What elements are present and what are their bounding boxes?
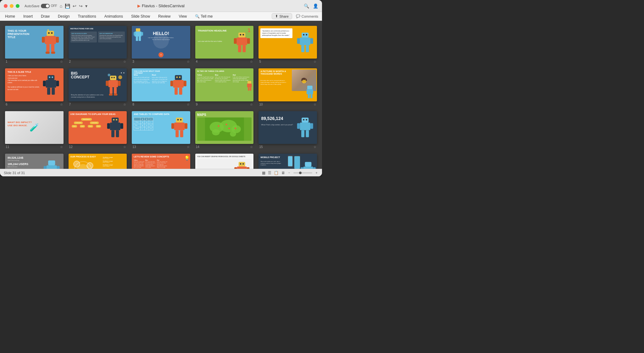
slide-15-star[interactable]: ☆ <box>314 145 316 149</box>
slide-1-star[interactable]: ☆ <box>60 60 63 63</box>
slide-6-container[interactable]: THIS IS A SLIDE TITLE • Here you have a … <box>5 68 64 106</box>
slide-10-container[interactable]: A PICTURE IS WORTH A THOUSAND WORDS A co… <box>258 68 317 106</box>
statusbar: Slide 31 of 31 ▦ ☰ 📋 🖥 － ＋ <box>0 169 322 176</box>
comments-label: Comments <box>302 14 318 18</box>
svg-rect-34 <box>49 77 50 78</box>
svg-rect-0 <box>47 31 54 36</box>
slide-19-container[interactable]: You can insert graphs from Excel or Goog… <box>195 154 254 169</box>
home-icon[interactable]: ⌂ <box>60 3 62 9</box>
slide-7-sub: Bring the attention of your audience ove… <box>71 94 106 98</box>
slide-3-thumb[interactable]: HELLO! I am here because I love to give … <box>132 26 190 59</box>
zoom-in-icon[interactable]: ＋ <box>315 170 318 175</box>
slide-8-container[interactable]: YOU CAN ALSO SPLIT YOUR CONTENT White Is… <box>132 68 190 106</box>
slide-3-container[interactable]: HELLO! I am here because I love to give … <box>132 26 190 63</box>
slide-10-star[interactable]: ☆ <box>314 103 316 106</box>
svg-rect-23 <box>238 45 241 52</box>
notes-view-icon[interactable]: 📋 <box>274 171 279 175</box>
slide-17-thumb[interactable]: OUR PROCESS IS EASY Process <box>69 154 127 169</box>
slide-16-thumb[interactable]: 89,526,124$ That's a lot of money 185,24… <box>5 154 64 169</box>
slide-15-container[interactable]: 89,526,124 Whoa! That's a big number, ar… <box>258 111 317 149</box>
list-view-icon[interactable]: ☰ <box>268 171 271 175</box>
presenter-icon[interactable]: 🖥 <box>281 171 285 175</box>
svg-rect-73 <box>107 123 110 129</box>
slide-9-footer: 9 ☆ <box>195 103 254 106</box>
slide-4-star[interactable]: ☆ <box>250 60 253 63</box>
undo-icon[interactable]: ↩ <box>73 3 76 9</box>
slide-18-container[interactable]: LET'S REVIEW SOME CONCEPTS Yellow Is the… <box>132 154 190 169</box>
slide-7-star[interactable]: ☆ <box>123 103 126 106</box>
slide-4-container[interactable]: 1 TRANSITION HEADLINE Let's start with t… <box>195 26 254 63</box>
search-icon[interactable]: 🔍 <box>304 3 309 9</box>
slide-14-star[interactable]: ☆ <box>250 145 253 149</box>
slide-19-thumb[interactable]: You can insert graphs from Excel or Goog… <box>195 154 254 169</box>
slide-7-thumb[interactable]: BIGCONCEPT Bring the attention of your a… <box>69 68 127 101</box>
slide-13-table: ABC Yellow10207 Blue301510 Orange52416 <box>134 117 153 130</box>
slide-2-thumb[interactable]: Instructions for Use Edit in Google Slid… <box>69 26 127 59</box>
slide-2-star[interactable]: ☆ <box>123 60 126 63</box>
menu-draw[interactable]: Draw <box>40 14 51 19</box>
slide-5-container[interactable]: "Quotations are commonly printed as a me… <box>258 26 317 63</box>
slide-8-star[interactable]: ☆ <box>187 103 190 106</box>
more-icon[interactable]: ▾ <box>85 3 87 9</box>
slide-12-thumb[interactable]: USE DIAGRAMS TO EXPLAIN YOUR IDEAS Lorem… <box>69 111 127 144</box>
slide-1-thumb[interactable]: THIS IS YOURPRESENTATIONTITLE <box>5 26 64 59</box>
zoom-out-icon[interactable]: － <box>287 170 291 175</box>
redo-icon[interactable]: ↪ <box>79 3 83 9</box>
menu-insert[interactable]: Insert <box>22 14 34 19</box>
slide-9-container[interactable]: IN TWO OR THREE COLUMNS Yellow Is the co… <box>195 68 254 106</box>
slide-18-thumb[interactable]: LET'S REVIEW SOME CONCEPTS Yellow Is the… <box>132 154 190 169</box>
menu-tellme[interactable]: 🔍 Tell me <box>194 14 214 19</box>
autosave-toggle[interactable] <box>41 4 50 8</box>
svg-rect-46 <box>108 80 118 87</box>
svg-rect-31 <box>302 45 305 52</box>
slide-13-star[interactable]: ☆ <box>187 145 190 149</box>
slide-2-container[interactable]: Instructions for Use Edit in Google Slid… <box>69 26 127 63</box>
slide-4-thumb[interactable]: 1 TRANSITION HEADLINE Let's start with t… <box>195 26 254 59</box>
menu-design[interactable]: Design <box>57 14 71 19</box>
save-icon[interactable]: 💾 <box>65 3 70 9</box>
slide-20-thumb[interactable]: MOBILE PROJECT Show and explain your web… <box>258 154 317 169</box>
share-button[interactable]: ⬆ Share <box>272 13 292 19</box>
slide-17-container[interactable]: OUR PROCESS IS EASY Process <box>69 154 127 169</box>
menu-slideshow[interactable]: Slide Show <box>130 14 151 19</box>
menu-home[interactable]: Home <box>4 14 16 19</box>
slide-14-thumb[interactable]: MAPS <box>195 111 254 144</box>
grid-view-icon[interactable]: ▦ <box>262 171 265 175</box>
slide-11-container[interactable]: 🧪 WANT BIG IMPACT?USE BIG IMAGE. 11 ☆ <box>5 111 64 149</box>
menu-view[interactable]: View <box>177 14 188 19</box>
comments-button[interactable]: 💬 Comments <box>296 14 318 18</box>
slide-15-thumb[interactable]: 89,526,124 Whoa! That's a big number, ar… <box>258 111 317 144</box>
minimize-button[interactable] <box>10 4 14 8</box>
slide-9-thumb[interactable]: IN TWO OR THREE COLUMNS Yellow Is the co… <box>195 68 254 101</box>
close-button[interactable] <box>4 4 8 8</box>
slide-18-title: LET'S REVIEW SOME CONCEPTS <box>134 156 169 158</box>
zoom-slider[interactable] <box>293 172 312 174</box>
fullscreen-button[interactable] <box>16 4 19 8</box>
menu-animations[interactable]: Animations <box>103 14 124 19</box>
slide-20-container[interactable]: MOBILE PROJECT Show and explain your web… <box>258 154 317 169</box>
slide-12-container[interactable]: USE DIAGRAMS TO EXPLAIN YOUR IDEAS Lorem… <box>69 111 127 149</box>
slide-7-container[interactable]: BIGCONCEPT Bring the attention of your a… <box>69 68 127 106</box>
slide-13-container[interactable]: AND TABLES TO COMPARE DATA ABC Yellow102… <box>132 111 190 149</box>
account-icon[interactable]: 👤 <box>313 3 318 9</box>
slide-3-star[interactable]: ☆ <box>187 60 190 63</box>
slide-5-thumb[interactable]: "Quotations are commonly printed as a me… <box>258 26 317 59</box>
slide-14-container[interactable]: MAPS <box>195 111 254 149</box>
slide-6-star[interactable]: ☆ <box>60 103 63 106</box>
slide-9-star[interactable]: ☆ <box>250 103 253 106</box>
slide-8-footer: 8 ☆ <box>132 103 190 106</box>
slides-main[interactable]: THIS IS YOURPRESENTATIONTITLE <box>0 21 322 169</box>
slide-11-thumb[interactable]: 🧪 WANT BIG IMPACT?USE BIG IMAGE. <box>5 111 64 144</box>
slide-1-container[interactable]: THIS IS YOURPRESENTATIONTITLE <box>5 26 64 63</box>
slide-6-bullets: • Here you have a list of items • And so… <box>8 75 40 90</box>
menu-transitions[interactable]: Transitions <box>76 14 97 19</box>
slide-12-star[interactable]: ☆ <box>123 145 126 149</box>
slide-11-star[interactable]: ☆ <box>60 145 63 149</box>
menu-review[interactable]: Review <box>157 14 172 19</box>
slide-10-thumb[interactable]: A PICTURE IS WORTH A THOUSAND WORDS A co… <box>258 68 317 101</box>
slide-6-thumb[interactable]: THIS IS A SLIDE TITLE • Here you have a … <box>5 68 64 101</box>
slide-5-star[interactable]: ☆ <box>314 60 316 63</box>
slide-13-thumb[interactable]: AND TABLES TO COMPARE DATA ABC Yellow102… <box>132 111 190 144</box>
slide-8-thumb[interactable]: YOU CAN ALSO SPLIT YOUR CONTENT White Is… <box>132 68 190 101</box>
slide-16-container[interactable]: 89,526,124$ That's a lot of money 185,24… <box>5 154 64 169</box>
